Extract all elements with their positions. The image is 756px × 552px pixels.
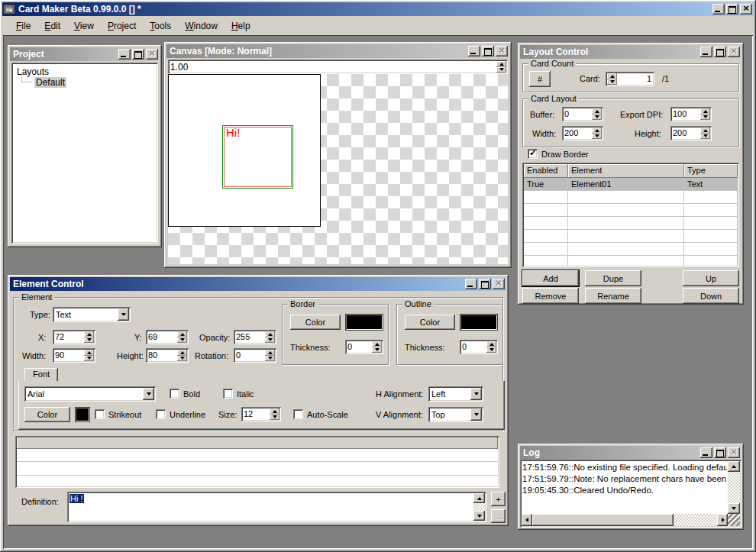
col-header-enabled[interactable]: Enabled	[524, 164, 568, 178]
card-width-spinner[interactable]: 200	[562, 126, 603, 140]
width-up-button[interactable]	[84, 350, 94, 356]
add-definition-button[interactable]: +	[491, 492, 506, 506]
border-thickness-spinner[interactable]: 0	[345, 340, 383, 354]
card-down-button[interactable]	[607, 79, 617, 86]
scroll-left-button[interactable]	[522, 514, 532, 526]
menu-help[interactable]: Help	[225, 18, 257, 34]
grid-row-empty[interactable]	[524, 204, 738, 217]
height-spinner[interactable]: 80	[146, 348, 189, 363]
element-outline-rect[interactable]: Hi!	[222, 125, 293, 189]
border-color-button[interactable]: Color	[290, 315, 341, 330]
font-family-combobox[interactable]: Arial	[24, 386, 156, 402]
grid-row-empty[interactable]	[524, 217, 738, 230]
opacity-spinner[interactable]: 255	[234, 330, 276, 344]
x-up-button[interactable]	[84, 331, 94, 337]
bold-checkbox[interactable]: Bold	[170, 389, 200, 399]
rotation-down-button[interactable]	[265, 356, 275, 362]
height-up-button[interactable]	[177, 350, 187, 356]
h-alignment-combobox[interactable]: Left	[428, 386, 483, 402]
grid-row-empty[interactable]	[524, 230, 738, 243]
col-header-element[interactable]: Element	[568, 164, 684, 178]
outline-thickness-spinner[interactable]: 0	[460, 340, 498, 354]
size-up-button[interactable]	[270, 408, 279, 415]
dupe-button[interactable]: Dupe	[585, 270, 641, 286]
dropdown-button[interactable]	[470, 408, 482, 421]
definition-textbox[interactable]: Hi !	[67, 492, 486, 522]
grid-row-selected[interactable]: True Element01 Text	[524, 178, 738, 191]
y-up-button[interactable]	[177, 331, 187, 337]
log-hscrollbar[interactable]	[522, 514, 728, 526]
log-vscrollbar[interactable]	[728, 461, 740, 514]
definition-scrollbar[interactable]	[473, 493, 485, 521]
dropdown-button[interactable]	[143, 388, 154, 400]
resize-grip[interactable]	[728, 514, 740, 526]
log-maximize-button[interactable]	[714, 447, 726, 458]
cell-enabled[interactable]: True	[524, 178, 568, 190]
scroll-right-button[interactable]	[717, 514, 728, 526]
y-spinner[interactable]: 69	[146, 330, 189, 344]
canvas-minimize-button[interactable]	[468, 46, 480, 56]
strikeout-checkbox[interactable]: Strikeout	[95, 409, 141, 419]
italic-checkbox[interactable]: Italic	[223, 389, 254, 399]
cell-element[interactable]: Element01	[568, 178, 684, 190]
border-thickness-down-button[interactable]	[372, 347, 382, 353]
hash-button[interactable]: #	[529, 71, 551, 87]
scroll-thumb[interactable]	[532, 514, 674, 526]
definition-list-row[interactable]	[17, 463, 498, 476]
project-minimize-button[interactable]	[118, 49, 131, 60]
scroll-up-button[interactable]	[473, 493, 485, 503]
col-header-type[interactable]: Type	[684, 164, 738, 178]
x-down-button[interactable]	[84, 337, 94, 344]
scroll-track[interactable]	[473, 503, 485, 511]
menu-file[interactable]: File	[9, 18, 37, 34]
canvas-titlebar[interactable]: Canvas [Mode: Normal]	[166, 44, 509, 58]
underline-checkbox[interactable]: Underline	[156, 409, 205, 419]
opacity-up-button[interactable]	[265, 331, 275, 337]
scroll-track[interactable]	[728, 472, 740, 503]
element-minimize-button[interactable]	[465, 279, 477, 289]
element-maximize-button[interactable]	[479, 279, 491, 289]
scroll-up-button[interactable]	[728, 461, 740, 472]
close-button[interactable]	[740, 4, 752, 15]
menu-edit[interactable]: Edit	[37, 18, 67, 34]
card-surface[interactable]: Hi!	[168, 74, 321, 227]
menu-window[interactable]: Window	[178, 18, 225, 34]
canvas-area[interactable]: Hi!	[168, 74, 508, 264]
main-titlebar[interactable]: Card Maker Beta 0.99.0.0 [] *	[2, 2, 754, 16]
border-thickness-up-button[interactable]	[372, 341, 382, 347]
layout-maximize-button[interactable]	[714, 47, 726, 57]
grid-row-empty[interactable]	[524, 191, 738, 204]
menu-tools[interactable]: Tools	[143, 18, 178, 34]
definition-list-row[interactable]	[17, 476, 498, 486]
height-down-button[interactable]	[177, 356, 187, 362]
opacity-down-button[interactable]	[265, 337, 275, 344]
width-spinner[interactable]: 90	[53, 348, 95, 363]
cell-type[interactable]: Text	[684, 178, 738, 190]
rotation-up-button[interactable]	[265, 350, 275, 356]
dropdown-button[interactable]	[470, 388, 482, 400]
size-down-button[interactable]	[270, 415, 279, 421]
remove-button[interactable]: Remove	[522, 288, 579, 304]
up-button[interactable]: Up	[683, 270, 739, 286]
grid-row-empty[interactable]	[524, 243, 738, 256]
zoom-down-button[interactable]	[496, 67, 506, 73]
auto-scale-checkbox[interactable]: Auto-Scale	[293, 409, 348, 419]
log-minimize-button[interactable]	[700, 447, 712, 458]
card-height-spinner[interactable]: 200	[670, 126, 712, 140]
down-button[interactable]: Down	[683, 288, 739, 304]
menu-project[interactable]: Project	[101, 18, 143, 34]
scroll-down-button[interactable]	[728, 503, 740, 514]
log-titlebar[interactable]: Log	[520, 446, 741, 460]
tree-node-default[interactable]: Default	[34, 77, 66, 88]
v-alignment-combobox[interactable]: Top	[428, 407, 483, 422]
buffer-up-button[interactable]	[592, 108, 602, 115]
export-dpi-down-button[interactable]	[700, 115, 710, 121]
type-combobox[interactable]: Text	[53, 307, 131, 322]
add-button[interactable]: Add	[522, 270, 579, 286]
x-spinner[interactable]: 72	[53, 330, 95, 344]
card-number-spinner[interactable]: 1	[606, 72, 654, 86]
card-height-up-button[interactable]	[700, 128, 710, 134]
canvas-maximize-button[interactable]	[482, 46, 494, 56]
minimize-button[interactable]	[712, 4, 725, 15]
project-maximize-button[interactable]	[132, 49, 144, 60]
